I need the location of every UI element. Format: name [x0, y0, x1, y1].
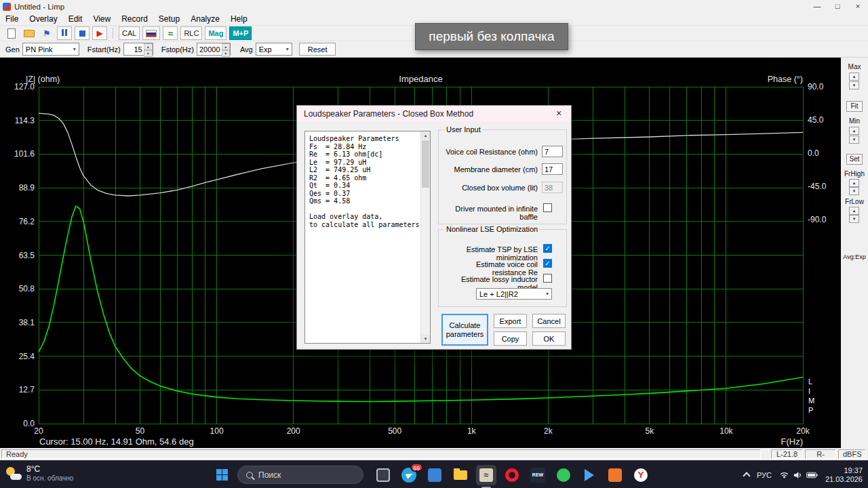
min-up-button[interactable]: ▴ [849, 127, 859, 135]
spin-down-icon[interactable]: ▾ [144, 50, 153, 57]
parameters-textarea[interactable]: Loudspeaker Parameters Fs = 28.84 Hz Re … [304, 131, 431, 344]
set-button[interactable]: Set [846, 154, 863, 165]
spin-up-icon[interactable]: ▴ [144, 43, 153, 50]
new-file-button[interactable] [4, 26, 19, 40]
language-flag-button[interactable] [142, 26, 160, 40]
estimate-tsp-checkbox[interactable]: ✓ [543, 244, 552, 253]
menu-edit[interactable]: Edit [63, 13, 88, 25]
inductor-model-select[interactable]: Le + L2||R2 ▾ [476, 288, 552, 300]
fstop-input[interactable]: 20000 ▴▾ [197, 43, 231, 56]
menu-overlay[interactable]: Overlay [24, 13, 62, 25]
menu-analyze[interactable]: Analyze [185, 13, 225, 25]
telegram-badge: 69 [410, 463, 423, 472]
svg-text:100: 100 [210, 426, 224, 436]
scroll-down-icon[interactable]: ▾ [421, 335, 430, 343]
taskbar-rew-button[interactable]: REW [528, 465, 548, 485]
cancel-button[interactable]: Cancel [532, 314, 566, 328]
scroll-up-icon[interactable]: ▴ [421, 131, 430, 140]
menu-help[interactable]: Help [225, 13, 253, 25]
dialog-body: Loudspeaker Parameters Fs = 28.84 Hz Re … [297, 122, 571, 349]
fstart-spinner[interactable]: ▴▾ [144, 43, 153, 55]
weather-widget[interactable]: 8°C В осн. облачно [5, 464, 73, 483]
close-button[interactable]: × [848, 0, 868, 13]
folder-icon [24, 30, 35, 37]
search-placeholder: Поиск [258, 470, 281, 480]
svg-text:Cursor: 15.00 Hz, 14.91 Ohm, 5: Cursor: 15.00 Hz, 14.91 Ohm, 54.6 deg [39, 436, 194, 447]
oscilloscope-button[interactable]: ≈ [163, 26, 178, 40]
scrollbar-thumb[interactable] [422, 140, 429, 188]
generator-pause-button[interactable] [57, 26, 72, 40]
generator-stop-button[interactable] [75, 26, 90, 40]
overlay-button[interactable]: ⚑ [39, 26, 54, 40]
waveform-icon: ≈ [168, 28, 173, 39]
svg-text:M: M [808, 396, 814, 405]
taskbar-explorer-button[interactable] [450, 465, 471, 485]
generator-type-select[interactable]: PN Pink ▾ [22, 43, 79, 56]
yandex-icon: Y [634, 468, 648, 482]
limp-app-icon: ≈ [479, 468, 493, 482]
frlow-up-button[interactable]: ▴ [849, 207, 859, 215]
taskbar-orange-app-button[interactable] [605, 465, 625, 485]
infinite-baffle-checkbox[interactable] [543, 203, 552, 212]
title-bar[interactable]: Untitled - Limp — □ × [0, 0, 868, 13]
spin-down-icon[interactable]: ▾ [222, 50, 230, 57]
membrane-diameter-input[interactable] [542, 163, 563, 175]
parameters-scrollbar[interactable]: ▴ ▾ [420, 131, 430, 343]
search-box[interactable]: Поиск [237, 466, 363, 484]
clock-widget[interactable]: 19:37 21.03.2026 [825, 466, 863, 484]
min-down-button[interactable]: ▾ [849, 136, 859, 144]
taskbar-limp-button[interactable]: ≈ [476, 465, 496, 485]
menu-view[interactable]: View [87, 13, 116, 25]
fstop-spinner[interactable]: ▴▾ [222, 43, 230, 55]
svg-text:50.8: 50.8 [19, 284, 35, 293]
taskbar-taskview-button[interactable] [373, 465, 393, 485]
taskbar-player-button[interactable] [579, 465, 599, 485]
frhigh-up-button[interactable]: ▴ [849, 179, 859, 187]
menu-file[interactable]: File [0, 13, 24, 25]
ok-button[interactable]: OK [532, 331, 566, 346]
fstart-input[interactable]: 15 ▴▾ [123, 43, 153, 56]
menu-setup[interactable]: Setup [153, 13, 185, 25]
taskbar-yandex-button[interactable]: Y [631, 465, 651, 485]
voice-coil-resistance-input[interactable] [542, 146, 563, 157]
language-indicator[interactable]: РУС [757, 471, 772, 479]
taskbar-blue-app-button[interactable] [425, 465, 445, 485]
svg-text:I: I [808, 387, 810, 395]
stop-icon [79, 30, 85, 37]
chevron-down-icon: ▾ [546, 291, 549, 297]
max-up-button[interactable]: ▴ [849, 73, 859, 81]
svg-text:0.0: 0.0 [808, 148, 819, 158]
frhigh-down-button[interactable]: ▾ [849, 187, 859, 195]
svg-text:20k: 20k [796, 426, 810, 436]
maximize-button[interactable]: □ [827, 0, 848, 13]
taskbar-green-app-button[interactable] [553, 465, 574, 485]
magnitude-button[interactable]: Mag [205, 26, 226, 40]
open-file-button[interactable] [22, 26, 37, 40]
frlow-down-button[interactable]: ▾ [849, 215, 859, 223]
copy-button[interactable]: Copy [494, 331, 527, 346]
taskbar-opera-button[interactable] [502, 465, 522, 485]
record-button[interactable]: ▶ [92, 26, 107, 40]
rlc-button[interactable]: RLC [180, 26, 202, 40]
start-button[interactable] [212, 465, 232, 485]
dialog-title-bar[interactable]: Loudspeaker Parameters - Closed Box Meth… [297, 106, 571, 122]
max-down-button[interactable]: ▾ [849, 81, 859, 89]
calculate-parameters-button[interactable]: Calculate parameters [441, 314, 488, 346]
export-button[interactable]: Export [494, 314, 527, 328]
avg-select[interactable]: Exp ▾ [256, 43, 292, 56]
fit-button[interactable]: Fit [846, 101, 863, 112]
tray-chevron-icon[interactable] [743, 472, 750, 479]
estimate-re-checkbox[interactable]: ✓ [543, 259, 552, 268]
calibrate-button[interactable]: CAL [119, 26, 140, 40]
magnitude-phase-button[interactable]: M+P [229, 26, 252, 40]
minimize-button[interactable]: — [807, 0, 827, 13]
tray-status-icons[interactable] [779, 471, 818, 479]
svg-text:-45.0: -45.0 [808, 182, 827, 191]
taskbar-telegram-button[interactable]: 69 [399, 465, 419, 485]
overlay-caption: первый без колпачка [415, 23, 568, 50]
spin-up-icon[interactable]: ▴ [222, 43, 230, 50]
estimate-lossy-checkbox[interactable] [543, 274, 552, 283]
reset-button[interactable]: Reset [299, 43, 336, 56]
menu-record[interactable]: Record [116, 13, 153, 25]
dialog-close-button[interactable]: × [547, 106, 571, 122]
